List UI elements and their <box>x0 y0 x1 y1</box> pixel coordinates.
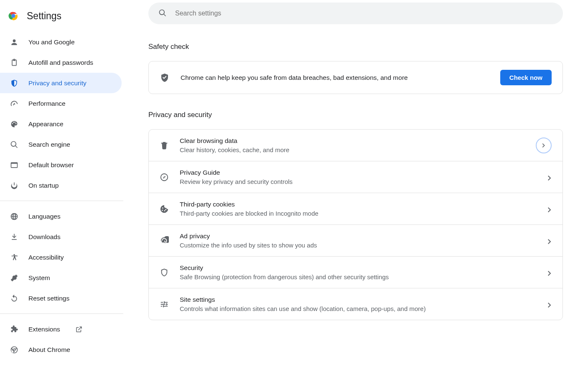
row-title: Third-party cookies <box>180 201 537 208</box>
search-icon <box>10 140 18 149</box>
chevron-right-icon <box>547 270 552 275</box>
sidebar-item-label: On startup <box>28 182 59 189</box>
divider <box>0 313 123 314</box>
shield-outline-icon <box>160 268 169 277</box>
row-privacy-guide[interactable]: Privacy Guide Review key privacy and sec… <box>149 161 563 193</box>
wrench-icon <box>10 274 18 282</box>
row-text: Ad privacy Customize the info used by si… <box>180 232 537 249</box>
row-subtitle: Controls what information sites can use … <box>180 305 537 312</box>
sidebar-nav: You and Google Autofill and passwords Pr… <box>0 32 123 360</box>
sidebar-item-privacy[interactable]: Privacy and security <box>0 73 122 93</box>
sidebar-item-label: Extensions <box>28 326 60 333</box>
search-bar[interactable] <box>148 3 563 24</box>
sidebar-item-languages[interactable]: Languages <box>0 206 122 227</box>
restore-icon <box>10 294 18 303</box>
sidebar-item-reset[interactable]: Reset settings <box>0 288 122 308</box>
row-site-settings[interactable]: Site settings Controls what information … <box>149 288 563 320</box>
row-subtitle: Clear history, cookies, cache, and more <box>180 146 525 153</box>
sidebar-item-label: Reset settings <box>28 295 69 302</box>
chevron-right-icon <box>547 302 552 306</box>
row-ad-privacy[interactable]: Ad privacy Customize the info used by si… <box>149 224 563 256</box>
row-title: Security <box>180 264 537 272</box>
main-content: Safety check Chrome can help keep you sa… <box>123 0 588 372</box>
sidebar-item-label: Downloads <box>28 233 61 241</box>
row-title: Privacy Guide <box>180 169 537 176</box>
accessibility-icon <box>10 253 18 262</box>
row-subtitle: Safe Browsing (protection from dangerous… <box>180 273 537 280</box>
sidebar-item-performance[interactable]: Performance <box>0 93 122 114</box>
row-subtitle: Review key privacy and security controls <box>180 178 537 185</box>
chrome-logo-icon <box>8 10 19 22</box>
sidebar-item-label: Privacy and security <box>28 79 87 87</box>
palette-icon <box>10 120 18 128</box>
search-icon <box>158 9 167 18</box>
shield-icon <box>10 79 18 87</box>
trash-icon <box>160 141 169 150</box>
row-text: Clear browsing data Clear history, cooki… <box>180 137 525 153</box>
open-in-new-icon <box>75 326 83 333</box>
row-subtitle: Customize the info used by sites to show… <box>180 242 537 249</box>
sidebar-item-appearance[interactable]: Appearance <box>0 114 122 134</box>
extension-icon <box>10 325 18 334</box>
divider <box>0 201 123 201</box>
cookie-icon <box>160 204 169 214</box>
chevron-right-icon <box>547 207 552 211</box>
sidebar-item-label: Appearance <box>28 120 64 128</box>
chrome-outline-icon <box>10 346 18 354</box>
safety-check-heading: Safety check <box>148 43 563 51</box>
row-title: Clear browsing data <box>180 137 525 145</box>
sidebar-item-search-engine[interactable]: Search engine <box>0 134 122 155</box>
search-input[interactable] <box>175 10 553 17</box>
download-icon <box>10 233 18 241</box>
compass-icon <box>160 173 169 182</box>
row-security[interactable]: Security Safe Browsing (protection from … <box>149 256 563 288</box>
ad-privacy-icon <box>160 236 169 245</box>
sidebar-item-you-and-google[interactable]: You and Google <box>0 32 122 52</box>
row-text: Security Safe Browsing (protection from … <box>180 264 537 280</box>
row-text: Third-party cookies Third-party cookies … <box>180 201 537 217</box>
safety-check-row: Chrome can help keep you safe from data … <box>149 61 563 94</box>
sidebar-item-label: Languages <box>28 213 61 220</box>
sidebar-item-label: System <box>28 274 50 282</box>
chevron-right-icon <box>547 239 552 243</box>
window-icon <box>10 161 18 169</box>
sidebar-item-default-browser[interactable]: Default browser <box>0 155 122 175</box>
row-text: Site settings Controls what information … <box>180 296 537 312</box>
sidebar-item-downloads[interactable]: Downloads <box>0 227 122 247</box>
sidebar-item-autofill[interactable]: Autofill and passwords <box>0 52 122 73</box>
sidebar-item-system[interactable]: System <box>0 268 122 288</box>
chevron-right-icon <box>536 138 552 153</box>
row-title: Ad privacy <box>180 232 537 240</box>
safety-check-card: Chrome can help keep you safe from data … <box>148 61 563 94</box>
globe-icon <box>10 212 18 221</box>
sidebar: Settings You and Google Autofill and pas… <box>0 0 123 372</box>
power-icon <box>10 181 18 190</box>
sidebar-item-label: About Chrome <box>28 346 70 354</box>
sidebar-item-label: Search engine <box>28 141 70 148</box>
sidebar-item-label: Default browser <box>28 161 74 169</box>
sidebar-item-extensions[interactable]: Extensions <box>0 319 122 339</box>
row-subtitle: Third-party cookies are blocked in Incog… <box>180 210 537 217</box>
clipboard-icon <box>10 59 18 67</box>
row-clear-browsing-data[interactable]: Clear browsing data Clear history, cooki… <box>149 130 563 161</box>
sidebar-header: Settings <box>0 7 123 32</box>
safety-check-text: Chrome can help keep you safe from data … <box>181 74 489 82</box>
privacy-security-heading: Privacy and security <box>148 111 563 119</box>
row-text: Privacy Guide Review key privacy and sec… <box>180 169 537 185</box>
page-title: Settings <box>27 10 61 22</box>
chevron-right-icon <box>547 175 552 179</box>
check-now-button[interactable]: Check now <box>500 70 552 85</box>
privacy-security-card: Clear browsing data Clear history, cooki… <box>148 129 563 320</box>
speedometer-icon <box>10 99 18 108</box>
sliders-icon <box>160 300 169 309</box>
sidebar-item-accessibility[interactable]: Accessibility <box>0 247 122 268</box>
sidebar-item-on-startup[interactable]: On startup <box>0 175 122 196</box>
sidebar-item-about[interactable]: About Chrome <box>0 339 122 360</box>
sidebar-item-label: Autofill and passwords <box>28 59 93 66</box>
row-third-party-cookies[interactable]: Third-party cookies Third-party cookies … <box>149 193 563 224</box>
person-icon <box>10 38 18 46</box>
sidebar-item-label: Accessibility <box>28 254 64 261</box>
sidebar-item-label: You and Google <box>28 38 75 46</box>
shield-check-icon <box>160 73 170 83</box>
sidebar-item-label: Performance <box>28 100 66 107</box>
